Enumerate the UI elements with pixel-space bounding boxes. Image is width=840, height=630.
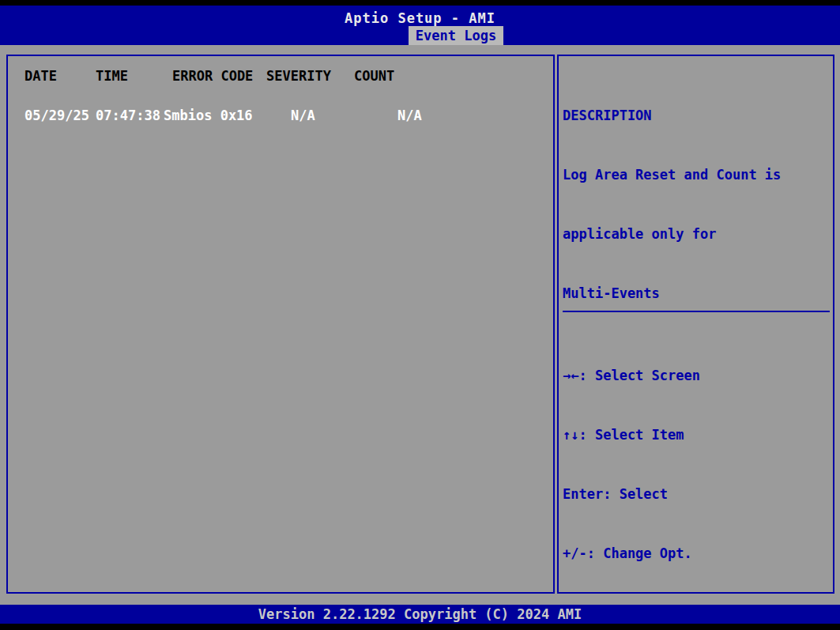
cell-count: N/A — [397, 108, 422, 123]
version-text: Version 2.22.1292 Copyright (C) 2024 AMI — [258, 606, 582, 622]
description-line: Multi-Events — [563, 284, 830, 304]
description-heading: DESCRIPTION — [563, 106, 830, 126]
column-header-error-code: ERROR CODE — [172, 68, 253, 84]
bottom-black-strip — [0, 624, 840, 630]
hotkey-enter-select: Enter: Select — [563, 485, 740, 504]
description-line: Log Area Reset and Count is — [563, 165, 830, 185]
cell-severity: N/A — [291, 108, 315, 123]
column-header-time: TIME — [96, 68, 128, 84]
column-header-severity: SEVERITY — [266, 68, 331, 84]
cell-date: 05/29/25 — [24, 108, 89, 123]
top-black-strip — [0, 0, 840, 6]
event-log-panel: DATE TIME ERROR CODE SEVERITY COUNT 05/2… — [6, 55, 555, 594]
bios-setup-screen: Aptio Setup - AMI Event Logs DATE TIME E… — [0, 0, 840, 630]
tab-event-logs[interactable]: Event Logs — [409, 26, 503, 45]
app-title: Aptio Setup - AMI — [0, 6, 840, 26]
help-divider — [563, 311, 830, 312]
version-bar: Version 2.22.1292 Copyright (C) 2024 AMI — [0, 605, 840, 624]
help-panel: DESCRIPTION Log Area Reset and Count is … — [557, 55, 834, 594]
cell-time: 07:47:38 — [96, 108, 160, 123]
hotkey-select-item: ↑↓: Select Item — [563, 425, 740, 445]
column-header-count: COUNT — [354, 68, 394, 84]
cell-error-code: Smbios 0x16 — [164, 108, 253, 123]
hotkey-select-screen: →←: Select Screen — [563, 366, 740, 386]
description-line: applicable only for — [563, 224, 830, 244]
description-block: DESCRIPTION Log Area Reset and Count is … — [563, 66, 830, 343]
hotkey-legend: →←: Select Screen ↑↓: Select Item Enter:… — [563, 326, 740, 630]
title-bar: Aptio Setup - AMI Event Logs — [0, 6, 840, 45]
column-header-date: DATE — [24, 68, 57, 84]
hotkey-change-option: +/-: Change Opt. — [563, 544, 740, 564]
